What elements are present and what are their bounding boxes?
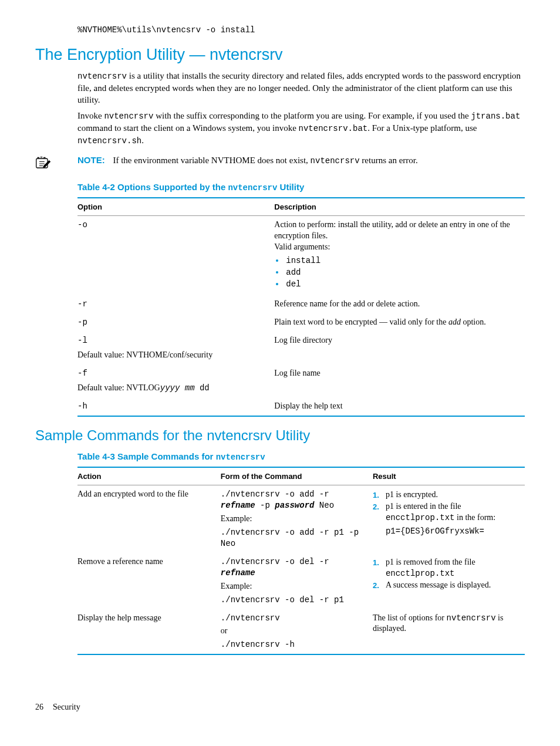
opt-p-db: add (448, 318, 461, 326)
t43-help-action: Display the help message (77, 609, 221, 655)
page-footer: 26Security (35, 702, 525, 713)
opt-f-desc: Log file name (274, 364, 525, 397)
svg-rect-0 (36, 159, 48, 168)
intro-text-2a: Invoke (77, 111, 104, 120)
intro-code-2h: nvtencrsrv.sh (77, 136, 141, 146)
opt-r: -r (77, 299, 87, 309)
t43-add-r1: p1 is encrypted. (373, 490, 519, 501)
t43-add-cmd-d: password (275, 501, 314, 510)
opt-l-desc: Log file directory (274, 332, 525, 364)
note-code: nvtencrsrv (311, 156, 360, 166)
heading-2: Sample Commands for the nvtencrsrv Utili… (35, 426, 525, 445)
t43-add-cmd-a: ./nvtencrsrv -o add -r (221, 490, 329, 499)
intro-code-2f: nvtencrsrv.bat (299, 124, 368, 133)
opt-f-defb: yyyy mm (160, 383, 200, 393)
note-text-a: If the environment variable NVTHOME does… (113, 156, 310, 165)
t43-add-r2a: p1 is entered in the file (386, 502, 461, 511)
intro-code-1: nvtencrsrv (77, 72, 127, 81)
intro-code-2d: jtrans.bat (471, 112, 520, 121)
intro-code-2b: nvtencrsrv (104, 112, 153, 121)
intro-text-1: is a utility that installs the security … (77, 71, 521, 104)
table-4-2-caption: Table 4-2 Options Supported by the nvten… (77, 181, 525, 194)
intro-text-2e: command to start the client on a Windows… (77, 123, 299, 133)
intro-p1: nvtencrsrv is a utility that installs th… (77, 70, 525, 106)
t43-add-cmd-e: Neo (314, 501, 334, 510)
t43-help-cmd-b: ./nvtencrsrv -h (221, 639, 367, 650)
t42-cap-b: nvtencrsrv (228, 183, 277, 193)
intro-text-2g: . For a Unix-type platform, use (367, 123, 477, 133)
t43-add-r2d: p1={DES}6rOGfryxsWk= (386, 526, 519, 537)
t43-del-action: Remove a reference name (77, 553, 221, 609)
t43-del-cmd-b: refname (221, 568, 255, 578)
t43-help-cmd-a: ./nvtencrsrv (221, 613, 367, 624)
heading-1: The Encryption Utility — nvtencrsrv (35, 44, 525, 65)
t43-del-r1a: p1 is removed from the file (386, 558, 475, 566)
opt-h-desc: Display the help text (274, 397, 525, 416)
table-row: -l Default value: NVTHOME/conf/security … (77, 332, 525, 364)
t43-del-r1: p1 is removed from the file encctlprop.t… (373, 557, 519, 579)
opt-l-default: Default value: NVTHOME/conf/security (77, 350, 268, 361)
t43-del-ex-cmd: ./nvtencrsrv -o del -r p1 (221, 595, 367, 606)
opt-o-a3: del (286, 279, 301, 289)
t43-del-r1b: encctlprop.txt (386, 569, 455, 578)
note-icon (35, 154, 77, 175)
table-4-2: Option Description -o Action to perform:… (77, 197, 525, 417)
t43-add-action: Add an encrypted word to the file (77, 485, 221, 553)
opt-p: -p (77, 318, 87, 327)
top-command: %NVTHOME%\utils\nvtencsrv -o install (77, 25, 255, 35)
t43-help-or: or (221, 626, 367, 637)
t43-add-r2c: in the form: (455, 513, 496, 522)
table-row: -o Action to perform: install the utilit… (77, 216, 525, 296)
t43-cap-a: Table 4-3 Sample Commands for (77, 451, 216, 461)
opt-f: -f (77, 369, 87, 378)
opt-p-dc: option. (461, 318, 486, 326)
note-label: NOTE: (77, 155, 105, 165)
t43-th-action: Action (77, 467, 221, 485)
table-row: Add an encrypted word to the file ./nvte… (77, 485, 525, 553)
table-row: Remove a reference name ./nvtencrsrv -o … (77, 553, 525, 609)
intro-p2: Invoke nvtencrsrv with the suffix corres… (77, 110, 525, 147)
opt-o-d1: Action to perform: install the utility, … (274, 220, 519, 242)
pencil-icon (35, 156, 52, 172)
intro-text-2c: with the suffix corresponding to the pla… (153, 111, 471, 120)
t43-add-r2: p1 is entered in the file encctlprop.txt… (373, 501, 519, 537)
t43-add-r2b: encctlprop.txt (386, 513, 455, 522)
t42-th-desc: Description (274, 198, 525, 216)
table-4-3: Action Form of the Command Result Add an… (77, 467, 525, 655)
opt-p-da: Plain text word to be encrypted — valid … (274, 318, 448, 326)
opt-h: -h (77, 401, 87, 411)
t42-th-option: Option (77, 198, 274, 216)
opt-r-desc: Reference name for the add or delete act… (274, 295, 525, 313)
page-number: 26 (35, 703, 43, 711)
table-row: -f Default value: NVTLOGyyyy mm dd Log f… (77, 364, 525, 397)
t43-th-result: Result (373, 467, 525, 485)
t42-cap-c: Utility (277, 182, 304, 192)
t43-del-cmd-a: ./nvtencrsrv -o del -r (221, 557, 329, 566)
opt-l: -l (77, 336, 87, 345)
opt-o-a2: add (286, 268, 301, 277)
t43-add-cmd-c: -p (255, 501, 275, 510)
opt-o-a1: install (286, 256, 321, 265)
table-row: -p Plain text word to be encrypted — val… (77, 313, 525, 332)
table-row: -h Display the help text (77, 397, 525, 416)
t42-cap-a: Table 4-2 Options Supported by the (77, 182, 228, 192)
opt-f-defa: Default value: NVTLOG (77, 383, 160, 392)
t43-help-ra: The list of options for (373, 613, 447, 622)
note-text-c: returns an error. (360, 156, 418, 165)
t43-cap-b: nvtencrsrv (216, 453, 265, 462)
t43-th-form: Form of the Command (221, 467, 373, 485)
table-row: Display the help message ./nvtencrsrv or… (77, 609, 525, 655)
table-4-3-caption: Table 4-3 Sample Commands for nvtencrsrv (77, 451, 525, 463)
note-block: NOTE: If the environment variable NVTHOM… (35, 154, 525, 175)
section-name: Security (53, 703, 80, 711)
opt-f-defc: dd (200, 383, 210, 393)
t43-add-cmd-b: refname (221, 501, 255, 510)
t43-add-ex-label: Example: (221, 514, 367, 525)
intro-text-2i: . (141, 136, 144, 145)
table-row: -r Reference name for the add or delete … (77, 295, 525, 313)
t43-add-ex-cmd: ./nvtencrsrv -o add -r p1 -p Neo (221, 527, 367, 549)
opt-o: -o (77, 220, 87, 229)
t43-help-rb: nvtencrsrv (447, 613, 496, 623)
t43-del-r2: A success message is displayed. (373, 580, 519, 591)
t43-del-ex-label: Example: (221, 581, 367, 592)
